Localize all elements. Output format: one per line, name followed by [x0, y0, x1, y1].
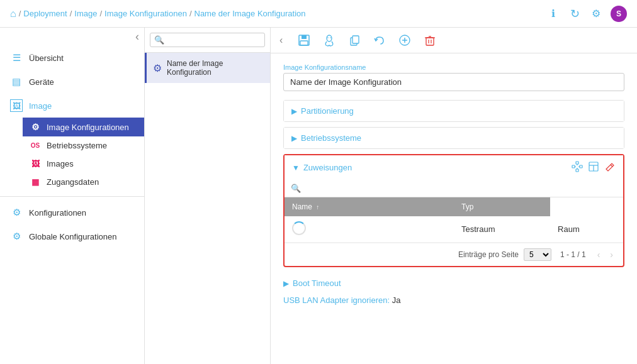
- toolbar-undo-btn[interactable]: [371, 31, 388, 49]
- topbar-icons: ℹ ↻ ⚙ S: [546, 6, 627, 22]
- globale-konfigurationen-icon: ⚙: [10, 230, 23, 243]
- pagination-prev-btn[interactable]: ‹: [595, 248, 603, 261]
- sidebar-item-konfigurationen[interactable]: ⚙ Konfigurationen: [0, 201, 144, 224]
- image-icon: 🖼: [10, 99, 23, 112]
- image-konfigurationen-icon: ⚙: [29, 122, 42, 132]
- row-spinner: [292, 221, 306, 235]
- table-row[interactable]: Testraum Raum: [285, 216, 623, 243]
- breadcrumb-deployment[interactable]: Deployment: [23, 9, 67, 18]
- sidebar-item-globale-konfigurationen[interactable]: ⚙ Globale Konfigurationen: [0, 224, 144, 248]
- toolbar-linux-btn[interactable]: [320, 31, 338, 49]
- topbar: ⌂ / Deployment / Image / Image Konfigura…: [0, 0, 637, 28]
- mid-search-input[interactable]: [167, 36, 261, 45]
- sidebar-item-image[interactable]: 🖼 Image: [0, 94, 144, 118]
- info-icon[interactable]: ℹ: [546, 7, 560, 21]
- mid-item-label-line1: Name der Image: [167, 59, 223, 68]
- breadcrumb-image-konfigurationen[interactable]: Image Konfigurationen: [104, 9, 187, 18]
- svg-rect-17: [580, 165, 582, 168]
- toolbar-back-btn[interactable]: ‹: [279, 35, 283, 46]
- mid-search-icon: 🔍: [154, 35, 164, 45]
- home-icon[interactable]: ⌂: [10, 8, 16, 19]
- svg-rect-11: [426, 38, 434, 45]
- mid-header: 🔍: [145, 28, 270, 53]
- settings-icon[interactable]: ⚙: [589, 7, 603, 21]
- sidebar-label-uebersicht: Übersicht: [29, 53, 134, 63]
- sidebar-label-geraete: Geräte: [29, 77, 134, 87]
- sidebar-item-images[interactable]: 🖼 Images: [23, 155, 144, 173]
- typ-col-label: Typ: [461, 202, 473, 211]
- zuweisungen-label: Zuweisungen: [303, 163, 352, 172]
- sidebar-label-globale-konfigurationen: Globale Konfigurationen: [29, 232, 134, 241]
- table-header-name[interactable]: Name ↑: [285, 197, 454, 216]
- svg-rect-2: [300, 41, 308, 45]
- field-label: Image Konfigurationsname: [283, 63, 624, 71]
- sidebar-label-image-konfigurationen: Image Konfigurationen: [47, 123, 129, 132]
- sidebar-label-images: Images: [47, 159, 74, 168]
- svg-rect-7: [352, 36, 359, 43]
- svg-rect-15: [572, 165, 575, 168]
- zuweisungen-search-input[interactable]: [303, 184, 617, 193]
- uebersicht-icon: ☰: [10, 52, 23, 64]
- toolbar-delete-btn[interactable]: [421, 31, 439, 49]
- betriebssysteme-label: Betriebssysteme: [301, 133, 361, 143]
- zuweisungen-edit-icon[interactable]: [604, 161, 616, 174]
- zuweisungen-layout-icon[interactable]: [588, 161, 599, 174]
- konfigurationen-icon: ⚙: [10, 206, 23, 219]
- images-icon: 🖼: [29, 159, 42, 168]
- accordion-betriebssysteme-header[interactable]: ▶ Betriebssysteme: [284, 128, 624, 148]
- sidebar-item-geraete[interactable]: ▤ Geräte: [0, 70, 144, 94]
- refresh-icon[interactable]: ↻: [568, 7, 582, 21]
- zuweisungen-search[interactable]: 🔍: [285, 180, 623, 197]
- boot-timeout-row[interactable]: ▶ Boot Timeout: [283, 272, 624, 293]
- mid-item-icon: ⚙: [153, 62, 162, 74]
- sidebar-label-image: Image: [29, 101, 134, 111]
- zuweisungen-header-icons: [572, 161, 616, 174]
- collapse-icon[interactable]: ‹: [135, 30, 139, 43]
- sidebar-label-konfigurationen: Konfigurationen: [29, 208, 134, 218]
- sidebar-collapse-btn[interactable]: ‹: [0, 28, 144, 46]
- table-cell-typ: Raum: [550, 216, 623, 243]
- sidebar: ‹ ☰ Übersicht ▤ Geräte 🖼 Image ⚙ Image K…: [0, 28, 145, 364]
- toolbar-save-btn[interactable]: [295, 31, 313, 49]
- breadcrumb-image[interactable]: Image: [74, 9, 97, 18]
- accordion-partitionierung: ▶ Partitionierung: [283, 100, 624, 122]
- image-konfigurationsname-input[interactable]: Name der Image Konfiguration: [283, 73, 624, 91]
- toolbar-copy-btn[interactable]: [346, 31, 363, 49]
- partitionierung-label: Partitionierung: [301, 106, 354, 116]
- betriebssysteme-badge: OS: [29, 142, 42, 149]
- boot-timeout-arrow: ▶: [283, 279, 289, 288]
- user-avatar[interactable]: S: [611, 6, 627, 22]
- sidebar-item-zugangsdaten[interactable]: ▦ Zugangsdaten: [23, 173, 144, 191]
- mid-panel-item[interactable]: ⚙ Name der Image Konfiguration: [145, 53, 270, 83]
- sidebar-label-betriebssysteme: Betriebssysteme: [47, 141, 107, 150]
- table-header-typ[interactable]: Typ: [454, 197, 550, 216]
- partitionierung-arrow: ▶: [291, 107, 297, 116]
- sidebar-item-image-konfigurationen[interactable]: ⚙ Image Konfigurationen: [23, 118, 145, 136]
- breadcrumb: ⌂ / Deployment / Image / Image Konfigura…: [10, 8, 306, 19]
- pagination-range: 1 - 1 / 1: [560, 250, 586, 259]
- svg-point-3: [327, 35, 332, 41]
- breadcrumb-current: Name der Image Konfiguration: [194, 9, 306, 18]
- mid-panel: 🔍 ⚙ Name der Image Konfiguration: [145, 28, 271, 364]
- right-toolbar: ‹: [271, 28, 637, 53]
- usb-lan-row: USB LAN Adapter ignorieren: Ja: [283, 293, 624, 310]
- toolbar-add-btn[interactable]: [396, 31, 414, 49]
- pagination-next-btn[interactable]: ›: [607, 248, 616, 261]
- pagination: Einträge pro Seite 5 10 25 1 - 1 / 1 ‹ ›: [285, 243, 623, 266]
- zuweisungen-network-icon[interactable]: [572, 161, 583, 174]
- accordion-zuweisungen-header[interactable]: ▼ Zuweisungen: [285, 155, 623, 180]
- accordion-betriebssysteme: ▶ Betriebssysteme: [283, 127, 624, 149]
- accordion-partitionierung-header[interactable]: ▶ Partitionierung: [284, 101, 624, 121]
- svg-line-26: [611, 165, 612, 167]
- sort-icon-name: ↑: [316, 204, 319, 211]
- sidebar-item-uebersicht[interactable]: ☰ Übersicht: [0, 46, 144, 70]
- zugangsdaten-icon: ▦: [29, 177, 42, 187]
- sidebar-item-betriebssysteme[interactable]: OS Betriebssysteme: [23, 136, 144, 155]
- boot-timeout-label: Boot Timeout: [293, 279, 341, 288]
- zuweisungen-search-icon: 🔍: [291, 184, 301, 193]
- mid-search[interactable]: 🔍: [150, 33, 265, 47]
- svg-point-4: [328, 37, 329, 38]
- pagination-select[interactable]: 5 10 25: [524, 248, 551, 261]
- usb-lan-value: Ja: [392, 295, 401, 305]
- zuweisungen-table: Name ↑ Typ: [285, 197, 623, 243]
